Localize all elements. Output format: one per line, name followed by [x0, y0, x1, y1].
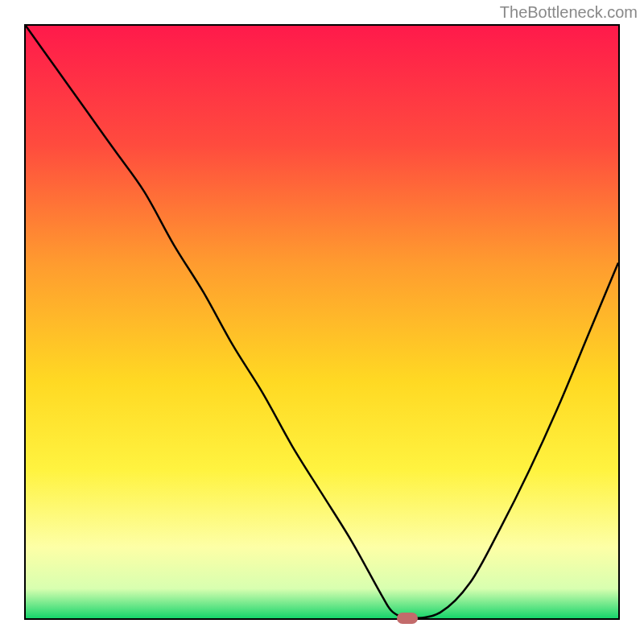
watermark-text: TheBottleneck.com — [500, 3, 638, 22]
chart-container: TheBottleneck.com — [0, 0, 644, 644]
bottleneck-curve-path — [26, 26, 618, 618]
curve-svg — [26, 26, 618, 618]
plot-area — [24, 24, 620, 620]
optimum-marker — [397, 613, 418, 624]
